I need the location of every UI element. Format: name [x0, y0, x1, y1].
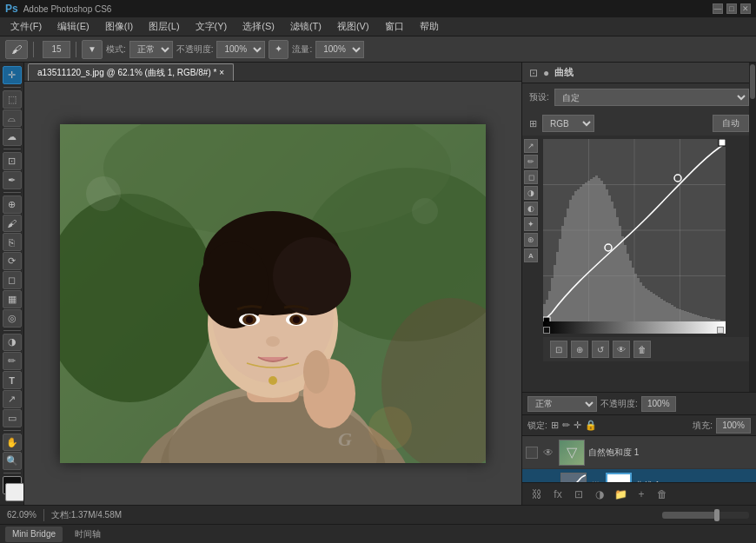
blend-mode-select[interactable]: 正常 正片叠底 滤色: [527, 396, 597, 412]
lock-move-icon[interactable]: ✛: [574, 420, 581, 431]
add-style-button[interactable]: fx: [550, 487, 566, 502]
menu-help[interactable]: 帮助: [413, 18, 446, 35]
pen-tool[interactable]: ✏: [3, 352, 22, 370]
curve-tool-3[interactable]: ◻: [524, 170, 538, 184]
layer-visibility-vibrance[interactable]: [526, 447, 538, 459]
auto-button[interactable]: 自动: [713, 115, 749, 132]
svg-rect-87: [679, 309, 681, 321]
menu-image[interactable]: 图像(I): [98, 18, 140, 35]
curves-graph[interactable]: [543, 139, 726, 321]
menu-filter[interactable]: 滤镜(T): [283, 18, 328, 35]
progress-thumb[interactable]: [714, 509, 720, 521]
curves-scrollbar[interactable]: [749, 63, 756, 392]
svg-rect-72: [640, 282, 642, 321]
channel-select[interactable]: RGB 红 绿 蓝: [542, 115, 594, 132]
svg-rect-50: [582, 184, 585, 321]
airbrush-button[interactable]: ✦: [269, 40, 288, 59]
crop-tool[interactable]: ⊡: [3, 152, 22, 170]
zoom-tool[interactable]: 🔍: [3, 452, 22, 470]
curve-tool-1[interactable]: ↗: [524, 139, 538, 153]
gradient-bar: [543, 321, 726, 334]
healing-tool[interactable]: ⊕: [3, 195, 22, 214]
curve-tool-6[interactable]: ✦: [524, 217, 538, 231]
mode-select[interactable]: 正常: [129, 41, 173, 58]
flow-select[interactable]: 100%: [315, 41, 364, 58]
black-point-slider[interactable]: [543, 327, 550, 334]
menu-select[interactable]: 选择(S): [235, 18, 282, 35]
white-point-slider[interactable]: [717, 327, 724, 334]
menu-file[interactable]: 文件(F): [3, 18, 49, 35]
fill-input[interactable]: [716, 418, 751, 434]
svg-rect-86: [676, 308, 679, 321]
delete-layer-button[interactable]: 🗑: [654, 487, 670, 502]
lock-transparency-icon[interactable]: ⊞: [551, 420, 559, 431]
gradient-tool[interactable]: ▦: [3, 290, 22, 308]
text-tool[interactable]: T: [3, 371, 22, 389]
new-group-button[interactable]: 📁: [613, 487, 628, 502]
lock-all-icon[interactable]: 🔒: [585, 420, 597, 431]
curve-tool-7[interactable]: ⊛: [524, 233, 538, 247]
move-tool[interactable]: ✛: [3, 66, 22, 84]
menu-window[interactable]: 窗口: [378, 18, 411, 35]
hand-tool[interactable]: ✋: [3, 434, 22, 452]
curves-action-refresh[interactable]: ↺: [592, 341, 609, 358]
menu-edit[interactable]: 编辑(E): [50, 18, 96, 35]
eyedropper-tool[interactable]: ✒: [3, 171, 22, 189]
curve-tool-2[interactable]: ✏: [524, 155, 538, 169]
curves-scroll-thumb[interactable]: [750, 64, 755, 99]
canvas-area: a13511120_s.jpg @ 62.1% (曲线 1, RGB/8#) *…: [24, 63, 521, 505]
svg-rect-73: [642, 286, 645, 321]
link-layers-button[interactable]: ⛓: [529, 487, 545, 502]
svg-rect-62: [613, 209, 616, 321]
lock-brush-icon[interactable]: ✏: [562, 420, 570, 431]
svg-rect-83: [668, 303, 671, 321]
svg-rect-61: [611, 202, 613, 321]
path-select-tool[interactable]: ↗: [3, 390, 22, 408]
clone-tool[interactable]: ⎘: [3, 233, 22, 251]
curve-tool-4[interactable]: ◑: [524, 186, 538, 200]
layer-thumb-vibrance: ▽: [559, 440, 585, 466]
brush-size-input[interactable]: [43, 41, 70, 58]
minimize-button[interactable]: —: [713, 3, 723, 14]
timeline-tab[interactable]: 时间轴: [68, 526, 108, 542]
layer-row-curves[interactable]: 👁 ↗ ⛓ 曲线 1: [522, 469, 756, 482]
eraser-tool[interactable]: ◻: [3, 271, 22, 289]
curves-action-visibility[interactable]: 👁: [613, 341, 630, 358]
curve-tool-8[interactable]: A: [524, 248, 538, 262]
menu-view[interactable]: 视图(V): [330, 18, 376, 35]
svg-rect-56: [598, 178, 600, 321]
brush-tool[interactable]: 🖌: [3, 215, 22, 233]
layer-row-vibrance[interactable]: 👁 ▽ 自然饱和度 1: [522, 436, 756, 469]
brush-preset-button[interactable]: ▼: [82, 40, 103, 59]
opacity-input[interactable]: [641, 396, 676, 412]
menu-bar: 文件(F) 编辑(E) 图像(I) 图层(L) 文字(Y) 选择(S) 滤镜(T…: [0, 17, 756, 36]
layer-eye-vibrance[interactable]: 👁: [541, 446, 555, 460]
opacity-select[interactable]: 100%: [216, 41, 265, 58]
history-tool[interactable]: ⟳: [3, 252, 22, 270]
new-adjustment-button[interactable]: ◑: [592, 487, 607, 502]
dodge-tool[interactable]: ◑: [3, 334, 22, 352]
new-layer-button[interactable]: +: [633, 487, 649, 502]
document-tab[interactable]: a13511120_s.jpg @ 62.1% (曲线 1, RGB/8#) *…: [28, 63, 234, 81]
curve-tool-5[interactable]: ◐: [524, 202, 538, 215]
curves-action-mask[interactable]: ⊡: [550, 341, 567, 358]
background-color[interactable]: [5, 483, 24, 501]
curves-action-target[interactable]: ⊕: [571, 341, 588, 358]
curves-action-delete[interactable]: 🗑: [633, 341, 651, 358]
add-mask-button[interactable]: ⊡: [571, 487, 587, 502]
canvas-content[interactable]: G: [24, 82, 521, 505]
preset-select[interactable]: 自定 默认: [554, 89, 749, 106]
lasso-tool[interactable]: ⌓: [3, 109, 22, 128]
toolbar-sep-1: [3, 87, 21, 88]
selection-tool[interactable]: ⬚: [3, 90, 22, 109]
brush-tool-button[interactable]: 🖌: [5, 40, 28, 59]
close-button[interactable]: ✕: [740, 3, 751, 14]
shape-tool[interactable]: ▭: [3, 409, 22, 427]
mini-bridge-tab[interactable]: Mini Bridge: [5, 526, 63, 542]
blur-tool[interactable]: ◎: [3, 309, 22, 328]
menu-text[interactable]: 文字(Y): [189, 18, 235, 35]
menu-layer[interactable]: 图层(L): [142, 18, 186, 35]
title-bar-right[interactable]: — □ ✕: [713, 3, 751, 14]
quick-select-tool[interactable]: ☁: [3, 128, 22, 146]
maximize-button[interactable]: □: [726, 3, 737, 14]
